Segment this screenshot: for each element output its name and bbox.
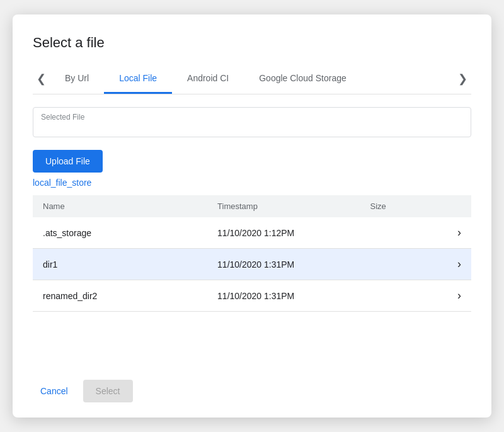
content-area: Selected File Upload File local_file_sto…	[33, 94, 471, 365]
table-row[interactable]: dir1 11/10/2020 1:31PM ›	[33, 249, 471, 280]
row-size	[360, 217, 447, 249]
select-button[interactable]: Select	[83, 380, 133, 402]
tabs-row: ❮ By Url Local File Android CI Google Cl…	[33, 64, 471, 94]
row-name: dir1	[33, 249, 207, 280]
table-header-row: Name Timestamp Size	[33, 195, 471, 217]
tab-by-url[interactable]: By Url	[50, 64, 104, 94]
row-chevron: ›	[447, 217, 471, 249]
table-row[interactable]: renamed_dir2 11/10/2020 1:31PM ›	[33, 280, 471, 312]
file-table: Name Timestamp Size .ats_storage 11/10/2…	[33, 195, 471, 312]
row-name: .ats_storage	[33, 217, 207, 249]
table-row[interactable]: .ats_storage 11/10/2020 1:12PM ›	[33, 217, 471, 249]
row-timestamp: 11/10/2020 1:31PM	[207, 249, 360, 280]
row-size	[360, 249, 447, 280]
row-name: renamed_dir2	[33, 280, 207, 312]
col-header-size: Size	[360, 195, 447, 217]
col-header-timestamp: Timestamp	[207, 195, 360, 217]
cancel-button[interactable]: Cancel	[33, 381, 76, 401]
tab-next-button[interactable]: ❯	[454, 64, 471, 94]
tab-google-cloud-storage[interactable]: Google Cloud Storage	[244, 64, 362, 94]
row-size	[360, 280, 447, 312]
tab-android-ci[interactable]: Android CI	[172, 64, 244, 94]
upload-file-button[interactable]: Upload File	[33, 150, 103, 173]
select-file-dialog: Select a file ❮ By Url Local File Androi…	[13, 14, 491, 418]
selected-file-field: Selected File	[33, 107, 471, 137]
col-header-name: Name	[33, 195, 207, 217]
dialog-title: Select a file	[33, 35, 471, 51]
tab-local-file[interactable]: Local File	[104, 64, 172, 94]
selected-file-label: Selected File	[41, 113, 84, 122]
row-chevron: ›	[447, 249, 471, 280]
col-header-chevron	[447, 195, 471, 217]
dialog-footer: Cancel Select	[33, 365, 471, 402]
row-timestamp: 11/10/2020 1:31PM	[207, 280, 360, 312]
tabs-container: By Url Local File Android CI Google Clou…	[50, 64, 454, 94]
row-chevron: ›	[447, 280, 471, 312]
row-timestamp: 11/10/2020 1:12PM	[207, 217, 360, 249]
table-body: .ats_storage 11/10/2020 1:12PM › dir1 11…	[33, 217, 471, 312]
tab-prev-button[interactable]: ❮	[33, 64, 50, 94]
file-store-link[interactable]: local_file_store	[33, 178, 471, 188]
